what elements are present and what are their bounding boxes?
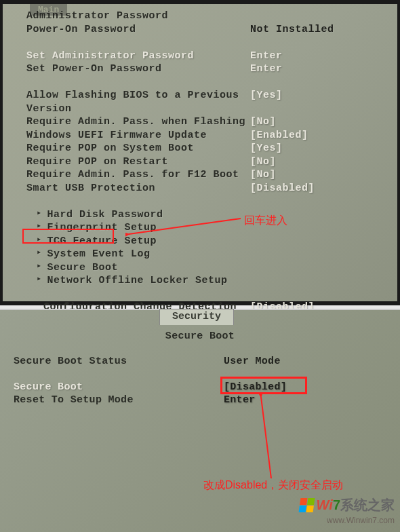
setting-require-pop-boot[interactable]: Require POP on System Boot [Yes]	[26, 142, 391, 155]
tab-main-partial: Main	[30, 4, 67, 16]
setting-admin-password[interactable]: Administrator Password	[26, 10, 391, 23]
setting-allow-flashing[interactable]: Allow Flashing BIOS to a Previous [Yes]	[26, 89, 391, 102]
setting-set-poweron-password[interactable]: Set Power-On Password Enter	[26, 62, 391, 76]
setting-uefi-firmware-update[interactable]: Windows UEFI Firmware Update [Enabled]	[26, 129, 391, 142]
windows-flag-icon	[298, 498, 315, 512]
watermark: Wi7系统之家 www.Winwin7.com	[300, 496, 395, 525]
submenu-system-event-log[interactable]: System Event Log	[26, 248, 391, 261]
submenu-secure-boot[interactable]: Secure Boot	[26, 261, 391, 275]
submenu-network-offline-locker[interactable]: Network Offline Locker Setup	[26, 274, 391, 288]
watermark-brand: Wi7系统之家	[317, 496, 395, 514]
setting-require-admin-f12[interactable]: Require Admin. Pass. for F12 Boot [No]	[26, 168, 391, 182]
setting-reset-to-setup-mode[interactable]: Reset To Setup Mode Enter	[14, 394, 386, 406]
annotation-text-1: 回车进入	[244, 214, 287, 228]
setting-secure-boot-status: Secure Boot Status User Mode	[14, 356, 386, 367]
setting-secure-boot-toggle[interactable]: Secure Boot [Disabled]	[14, 381, 386, 393]
bios-settings-list: Administrator Password Power-On Password…	[3, 4, 397, 334]
submenu-tcg-feature-setup[interactable]: TCG Feature Setup	[26, 235, 391, 248]
setting-require-admin-flashing[interactable]: Require Admin. Pass. when Flashing [No]	[26, 115, 391, 129]
tab-security[interactable]: Security	[159, 309, 234, 325]
setting-poweron-password[interactable]: Power-On Password Not Installed	[26, 23, 391, 37]
setting-require-pop-restart[interactable]: Require POP on Restart [No]	[26, 155, 391, 169]
bios-security-screen: Main Administrator Password Power-On Pas…	[0, 0, 400, 305]
watermark-url: www.Winwin7.com	[300, 516, 395, 525]
page-title-secure-boot: Secure Boot	[14, 330, 386, 342]
annotation-text-2: 改成Disabled，关闭安全启动	[203, 478, 343, 493]
setting-version-cont: Version	[26, 102, 391, 116]
setting-smart-usb-protection[interactable]: Smart USB Protection [Disabled]	[26, 182, 391, 195]
submenu-hard-disk-password[interactable]: Hard Disk Password	[26, 208, 391, 222]
submenu-fingerprint-setup[interactable]: Fingerprint Setup	[26, 221, 391, 235]
setting-set-admin-password[interactable]: Set Administrator Password Enter	[26, 50, 391, 63]
